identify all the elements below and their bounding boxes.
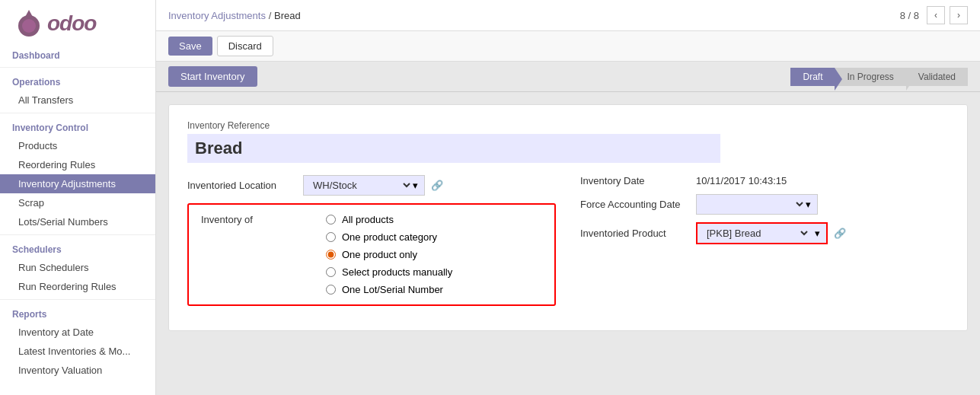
sidebar-item-latest-inventories[interactable]: Latest Inventories & Mo... <box>0 342 155 361</box>
inventory-date-row: Inventory Date 10/11/2017 10:43:15 <box>580 175 949 186</box>
sidebar-item-scrap[interactable]: Scrap <box>0 193 155 212</box>
radio-one-product-only[interactable]: One product only <box>326 249 452 260</box>
svg-point-1 <box>22 19 36 33</box>
inventory-of-label: Inventory of <box>201 214 308 225</box>
form-area: Inventory Reference Inventoried Location… <box>156 92 980 395</box>
status-step-in-progress[interactable]: In Progress <box>835 68 905 86</box>
radio-all-products[interactable]: All products <box>326 214 452 225</box>
radio-all-products-label: All products <box>342 214 394 225</box>
start-inventory-button[interactable]: Start Inventory <box>168 66 257 87</box>
sidebar-section-reports: Reports Inventory at Date Latest Invento… <box>0 303 155 380</box>
sidebar-item-lots-serial-numbers[interactable]: Lots/Serial Numbers <box>0 212 155 231</box>
odoo-logo-text: odoo <box>47 11 96 36</box>
next-record-button[interactable]: › <box>950 6 968 24</box>
action-bar: Start Inventory Draft In Progress Valida… <box>156 62 980 92</box>
sidebar-header-operations: Operations <box>0 71 155 91</box>
sidebar-item-reordering-rules[interactable]: Reordering Rules <box>0 155 155 174</box>
sidebar: odoo Dashboard Operations All Transfers … <box>0 0 156 395</box>
breadcrumb-current: Bread <box>274 10 301 21</box>
radio-select-manually-input[interactable] <box>326 267 336 277</box>
inventoried-product-row: Inventoried Product [PKB] Bread ▾ 🔗 <box>580 222 949 244</box>
main-content: Inventory Adjustments / Bread 8 / 8 ‹ › … <box>156 0 980 395</box>
radio-one-product-category-input[interactable] <box>326 232 336 242</box>
sidebar-header-inventory-control: Inventory Control <box>0 116 155 136</box>
inventoried-product-box[interactable]: [PKB] Bread ▾ <box>696 222 828 244</box>
toolbar: Save Discard <box>156 31 980 62</box>
inventoried-location-label: Inventoried Location <box>187 180 294 191</box>
radio-all-products-input[interactable] <box>326 215 336 225</box>
sidebar-header-reports: Reports <box>0 303 155 323</box>
sidebar-item-inventory-at-date[interactable]: Inventory at Date <box>0 323 155 342</box>
logo-container: odoo <box>0 0 155 44</box>
sidebar-section-inventory-control: Inventory Control Products Reordering Ru… <box>0 116 155 231</box>
breadcrumb-bar: Inventory Adjustments / Bread 8 / 8 ‹ › <box>156 0 980 31</box>
sidebar-section-operations: Operations All Transfers <box>0 71 155 110</box>
inventoried-product-select[interactable]: [PKB] Bread <box>704 227 810 240</box>
discard-button[interactable]: Discard <box>217 36 273 56</box>
inventory-reference-input[interactable] <box>187 134 720 163</box>
inventory-date-label: Inventory Date <box>580 175 687 186</box>
form-left-col: Inventoried Location WH/Stock ▾ 🔗 <box>187 175 556 306</box>
navigation-controls: 8 / 8 ‹ › <box>900 6 968 24</box>
svg-marker-2 <box>24 10 34 18</box>
odoo-logo-icon <box>12 8 50 40</box>
breadcrumb: Inventory Adjustments / Bread <box>168 9 301 21</box>
chevron-down-icon-2: ▾ <box>806 199 811 210</box>
radio-one-lot-serial-input[interactable] <box>326 285 336 295</box>
sidebar-item-products[interactable]: Products <box>0 136 155 155</box>
location-external-link-icon[interactable]: 🔗 <box>431 180 443 191</box>
radio-one-product-category-label: One product category <box>342 231 437 243</box>
radio-one-product-only-label: One product only <box>342 249 417 260</box>
force-accounting-date-row: Force Accounting Date ▾ <box>580 194 949 215</box>
radio-select-manually[interactable]: Select products manually <box>326 266 452 278</box>
product-external-link-icon[interactable]: 🔗 <box>834 228 846 239</box>
form-card: Inventory Reference Inventoried Location… <box>168 104 968 331</box>
inventoried-location-row: Inventoried Location WH/Stock ▾ 🔗 <box>187 175 556 196</box>
sidebar-item-all-transfers[interactable]: All Transfers <box>0 91 155 110</box>
status-step-draft[interactable]: Draft <box>790 68 835 86</box>
radio-one-lot-serial[interactable]: One Lot/Serial Number <box>326 284 452 295</box>
save-button[interactable]: Save <box>168 37 212 56</box>
radio-select-manually-label: Select products manually <box>342 266 452 278</box>
force-accounting-date-select[interactable] <box>703 198 806 211</box>
inventoried-location-select-wrapper[interactable]: WH/Stock ▾ <box>303 175 425 196</box>
chevron-down-icon: ▾ <box>413 180 418 191</box>
chevron-down-icon-3: ▾ <box>815 228 820 239</box>
record-count: 8 / 8 <box>900 10 919 21</box>
sidebar-header-dashboard: Dashboard <box>0 44 155 64</box>
inventoried-location-select[interactable]: WH/Stock <box>310 179 413 192</box>
form-main-row: Inventoried Location WH/Stock ▾ 🔗 <box>187 175 949 306</box>
breadcrumb-parent[interactable]: Inventory Adjustments <box>168 10 266 21</box>
prev-record-button[interactable]: ‹ <box>927 6 945 24</box>
radio-one-product-only-input[interactable] <box>326 250 336 260</box>
inventory-date-value: 10/11/2017 10:43:15 <box>696 175 787 186</box>
force-accounting-date-label: Force Accounting Date <box>580 199 687 210</box>
sidebar-header-schedulers: Schedulers <box>0 238 155 258</box>
sidebar-section-dashboard: Dashboard <box>0 44 155 64</box>
sidebar-item-run-reordering-rules[interactable]: Run Reordering Rules <box>0 277 155 296</box>
sidebar-item-inventory-valuation[interactable]: Inventory Valuation <box>0 361 155 380</box>
breadcrumb-separator: / <box>269 10 274 21</box>
sidebar-item-inventory-adjustments[interactable]: Inventory Adjustments <box>0 174 155 193</box>
sidebar-section-schedulers: Schedulers Run Schedulers Run Reordering… <box>0 238 155 296</box>
radio-one-lot-serial-label: One Lot/Serial Number <box>342 284 443 295</box>
radio-one-product-category[interactable]: One product category <box>326 231 452 243</box>
status-bar: Draft In Progress Validated <box>790 68 968 86</box>
sidebar-item-run-schedulers[interactable]: Run Schedulers <box>0 258 155 277</box>
force-accounting-date-select-wrapper[interactable]: ▾ <box>696 194 818 215</box>
inventory-reference-label: Inventory Reference <box>187 120 949 131</box>
form-right-col: Inventory Date 10/11/2017 10:43:15 Force… <box>580 175 949 306</box>
inventoried-product-label: Inventoried Product <box>580 228 687 239</box>
status-step-validated[interactable]: Validated <box>906 68 968 86</box>
inventory-of-box: Inventory of All products One product ca… <box>187 203 556 306</box>
inventory-of-radio-group: All products One product category One pr… <box>326 214 452 295</box>
